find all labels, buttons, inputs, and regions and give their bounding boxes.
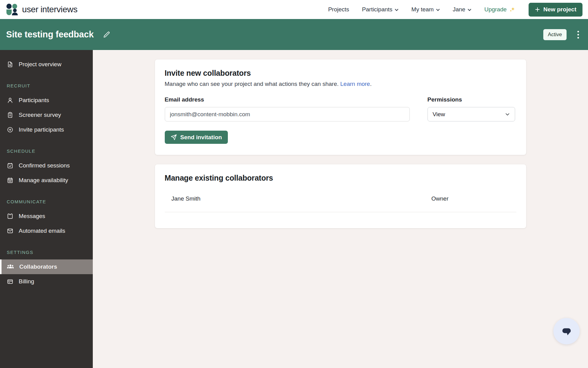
chevron-down-icon <box>504 111 511 117</box>
nav-user-menu[interactable]: Jane <box>453 6 471 13</box>
permissions-label: Permissions <box>428 96 515 103</box>
nav-participants[interactable]: Participants <box>362 6 398 13</box>
envelope-icon <box>7 228 13 234</box>
invite-card-description: Manage who can see your project and what… <box>165 81 516 87</box>
sidebar-item-screener-survey[interactable]: Screener survey <box>0 108 93 122</box>
kebab-menu-icon <box>577 30 579 39</box>
project-title: Site testing feedback <box>6 29 94 40</box>
permissions-selected-value: View <box>433 111 445 118</box>
email-input[interactable] <box>165 107 410 121</box>
credit-card-icon <box>7 278 13 285</box>
sidebar-heading-schedule: SCHEDULE <box>7 148 93 155</box>
status-badge: Active <box>543 29 567 40</box>
new-project-button[interactable]: New project <box>529 3 582 17</box>
logo[interactable]: user interviews <box>6 4 77 15</box>
sparkles-icon <box>509 6 516 13</box>
chat-widget-button[interactable] <box>553 318 580 344</box>
user-interviews-logo-icon <box>6 4 18 15</box>
project-menu-button[interactable] <box>576 29 581 40</box>
collaborator-role: Owner <box>432 195 510 202</box>
top-nav: user interviews Projects Participants My… <box>0 0 588 19</box>
sidebar-item-participants[interactable]: Participants <box>0 93 93 108</box>
sidebar-item-collaborators[interactable]: Collaborators <box>0 259 93 274</box>
plus-circle-icon <box>7 126 13 133</box>
sidebar-item-manage-availability[interactable]: Manage availability <box>0 173 93 188</box>
chat-bubble-icon <box>560 325 573 338</box>
document-icon <box>7 61 13 68</box>
collaborator-row: Jane Smith Owner <box>165 194 516 212</box>
project-sidebar: Project overview RECRUIT Participants Sc… <box>0 50 93 368</box>
email-address-label: Email address <box>165 96 410 103</box>
invite-card-title: Invite new collaborators <box>165 69 516 78</box>
calendar-check-icon <box>7 162 13 169</box>
sidebar-item-billing[interactable]: Billing <box>0 274 93 289</box>
main-content: Invite new collaborators Manage who can … <box>93 50 588 368</box>
manage-card-title: Manage existing collaborators <box>165 174 516 182</box>
sidebar-heading-communicate: COMMUNICATE <box>7 198 93 205</box>
nav-upgrade[interactable]: Upgrade <box>484 6 516 13</box>
people-group-icon <box>7 263 14 270</box>
project-header-bar: Site testing feedback Active <box>0 19 588 50</box>
person-icon <box>7 97 13 104</box>
clipboard-icon <box>7 112 13 118</box>
nav-links: Projects Participants My team Jane Upgra… <box>328 3 582 17</box>
sidebar-item-project-overview[interactable]: Project overview <box>0 57 93 72</box>
invite-collaborators-card: Invite new collaborators Manage who can … <box>155 59 526 155</box>
nav-my-team[interactable]: My team <box>411 6 440 13</box>
pencil-icon <box>103 31 110 38</box>
edit-project-name-button[interactable] <box>103 31 110 38</box>
manage-collaborators-card: Manage existing collaborators Jane Smith… <box>155 164 526 228</box>
collaborator-name: Jane Smith <box>172 195 432 202</box>
sidebar-item-invite-participants[interactable]: Invite participants <box>0 122 93 137</box>
plus-icon <box>535 7 540 12</box>
logo-text: user interviews <box>22 5 77 14</box>
calendar-grid-icon <box>7 177 13 184</box>
chevron-down-icon <box>395 9 398 11</box>
send-invitation-button[interactable]: Send invitation <box>165 131 228 144</box>
chevron-down-icon <box>436 9 440 11</box>
sidebar-item-messages[interactable]: Messages <box>0 209 93 224</box>
nav-projects[interactable]: Projects <box>328 6 349 13</box>
inbox-icon <box>7 213 13 220</box>
sidebar-heading-settings: SETTINGS <box>7 249 93 256</box>
permissions-select[interactable]: View <box>428 107 515 121</box>
sidebar-heading-recruit: RECRUIT <box>7 82 93 90</box>
learn-more-link[interactable]: Learn more <box>340 81 370 87</box>
paper-plane-icon <box>171 134 177 140</box>
sidebar-item-confirmed-sessions[interactable]: Confirmed sessions <box>0 158 93 173</box>
chevron-down-icon <box>468 9 471 11</box>
sidebar-item-automated-emails[interactable]: Automated emails <box>0 224 93 238</box>
